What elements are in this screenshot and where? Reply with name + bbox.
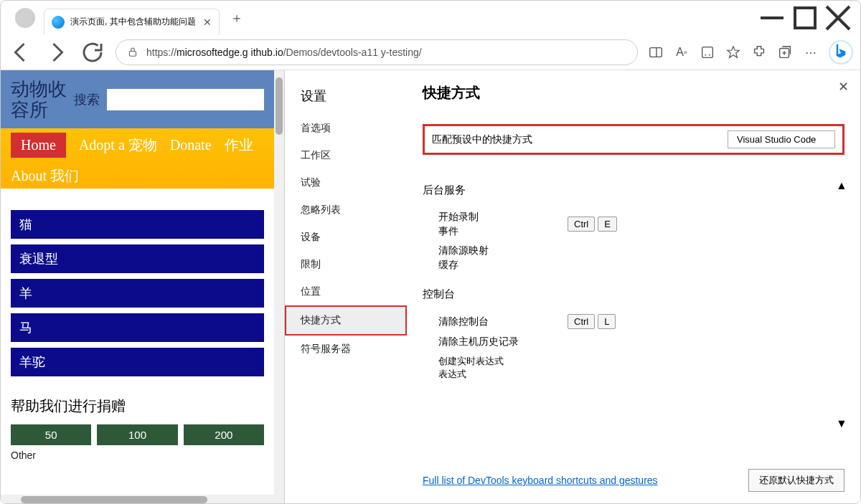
tab-title: 演示页面, 其中包含辅助功能问题 bbox=[70, 16, 196, 28]
key-ctrl: Ctrl bbox=[568, 314, 595, 329]
svg-rect-1 bbox=[795, 8, 815, 28]
back-button[interactable] bbox=[8, 39, 34, 65]
close-tab-icon[interactable]: ✕ bbox=[203, 16, 212, 28]
preset-select[interactable]: Visual Studio Code bbox=[728, 130, 835, 148]
site-logo: 动物收容所 bbox=[11, 79, 67, 120]
edge-favicon-icon bbox=[52, 16, 65, 29]
site-nav: Home Adopt a 宠物 Donate 作业 About 我们 bbox=[1, 128, 274, 189]
settings-item-experiments[interactable]: 试验 bbox=[285, 169, 407, 196]
settings-item-shortcuts[interactable]: 快捷方式 bbox=[285, 305, 407, 336]
svg-rect-4 bbox=[130, 52, 136, 57]
settings-item-throttling[interactable]: 限制 bbox=[285, 251, 407, 278]
nav-donate[interactable]: Donate bbox=[170, 137, 212, 153]
action-clear-host-history[interactable]: 清除主机历史记录 bbox=[423, 332, 844, 352]
svg-point-8 bbox=[709, 54, 710, 56]
category-item[interactable]: 羊 bbox=[11, 279, 264, 308]
shortcuts-heading: 快捷方式 bbox=[423, 83, 844, 103]
action-clear-console[interactable]: 清除控制台 Ctrl L bbox=[423, 311, 844, 332]
address-bar[interactable]: https://microsoftedge.g ithub.io/Demos/d… bbox=[116, 39, 638, 65]
website-horizontal-scrollbar[interactable] bbox=[1, 495, 274, 504]
scroll-down-icon[interactable]: ▼ bbox=[836, 417, 844, 430]
more-icon[interactable]: ⋯ bbox=[803, 44, 819, 60]
window-controls bbox=[756, 4, 855, 32]
category-item[interactable]: 猫 bbox=[11, 210, 264, 239]
search-input[interactable] bbox=[107, 89, 264, 110]
action-create-live-expression[interactable]: 创建实时表达式 表达式 bbox=[423, 352, 844, 384]
maximize-button[interactable] bbox=[789, 4, 822, 32]
preset-row: 匹配预设中的快捷方式 Visual Studio Code bbox=[423, 124, 844, 155]
nav-jobs[interactable]: 作业 bbox=[225, 135, 253, 155]
key-l: L bbox=[598, 314, 616, 329]
key-e: E bbox=[598, 217, 617, 232]
extensions-icon[interactable] bbox=[751, 44, 767, 60]
lock-icon bbox=[126, 46, 139, 59]
shortcuts-footer: Full list of DevTools keyboard shortcuts… bbox=[423, 459, 844, 492]
reader-icon[interactable] bbox=[700, 44, 715, 60]
key-ctrl: Ctrl bbox=[568, 217, 595, 232]
devtools-settings: 设置 首选项 工作区 试验 忽略列表 设备 限制 位置 快捷方式 符号服务器 ✕… bbox=[284, 70, 860, 504]
svg-rect-5 bbox=[650, 48, 662, 57]
refresh-button[interactable] bbox=[80, 39, 105, 65]
section-console: 控制台 bbox=[423, 287, 844, 301]
full-list-link[interactable]: Full list of DevTools keyboard shortcuts… bbox=[423, 475, 658, 486]
donate-100[interactable]: 100 bbox=[97, 424, 177, 445]
website-viewport: 动物收容所 搜索 Home Adopt a 宠物 Donate 作业 About… bbox=[1, 70, 284, 504]
settings-item-preferences[interactable]: 首选项 bbox=[285, 115, 407, 142]
category-item[interactable]: 羊驼 bbox=[11, 348, 264, 376]
app-icon[interactable] bbox=[648, 44, 664, 60]
donate-heading: 帮助我们进行捐赠 bbox=[1, 389, 274, 424]
site-header: 动物收容所 搜索 bbox=[1, 70, 274, 128]
category-item[interactable]: 衰退型 bbox=[11, 244, 264, 273]
category-list: 猫 衰退型 羊 马 羊驼 bbox=[1, 189, 274, 389]
read-aloud-icon[interactable]: A» bbox=[674, 44, 690, 60]
new-tab-button[interactable]: ＋ bbox=[227, 9, 247, 27]
category-item[interactable]: 马 bbox=[11, 313, 264, 342]
svg-rect-6 bbox=[702, 47, 713, 58]
nav-adopt[interactable]: Adopt a 宠物 bbox=[79, 135, 157, 155]
donate-buttons: 50 100 200 bbox=[1, 424, 274, 445]
settings-heading: 设置 bbox=[285, 83, 407, 115]
settings-item-devices[interactable]: 设备 bbox=[285, 224, 407, 251]
content-area: 动物收容所 搜索 Home Adopt a 宠物 Donate 作业 About… bbox=[1, 70, 860, 504]
search-label: 搜索 bbox=[74, 91, 100, 108]
browser-toolbar: https://microsoftedge.g ithub.io/Demos/d… bbox=[1, 35, 860, 70]
collections-icon[interactable] bbox=[777, 44, 793, 60]
website-vertical-scrollbar[interactable] bbox=[274, 70, 284, 504]
action-clear-sourcemap[interactable]: 清除源映射 缓存 bbox=[423, 241, 844, 275]
browser-tab[interactable]: 演示页面, 其中包含辅助功能问题 ✕ bbox=[44, 9, 220, 34]
shortcut-list: ▲ 后台服务 开始录制 事件 Ctrl E 清除源映射 缓存 控制台 清除控制台… bbox=[423, 179, 844, 459]
settings-item-workspace[interactable]: 工作区 bbox=[285, 142, 407, 169]
restore-defaults-button[interactable]: 还原默认快捷方式 bbox=[748, 469, 844, 492]
settings-item-ignorelist[interactable]: 忽略列表 bbox=[285, 196, 407, 224]
close-settings-icon[interactable]: ✕ bbox=[838, 79, 849, 95]
donate-50[interactable]: 50 bbox=[11, 424, 91, 445]
favorite-icon[interactable] bbox=[725, 44, 741, 60]
section-background: 后台服务 bbox=[423, 184, 844, 197]
action-start-recording[interactable]: 开始录制 事件 Ctrl E bbox=[423, 207, 844, 241]
svg-point-7 bbox=[705, 54, 706, 56]
settings-nav: 设置 首选项 工作区 试验 忽略列表 设备 限制 位置 快捷方式 符号服务器 bbox=[285, 70, 407, 504]
settings-item-symbol-server[interactable]: 符号服务器 bbox=[285, 336, 407, 363]
settings-item-locations[interactable]: 位置 bbox=[285, 278, 407, 305]
url-text: https://microsoftedge.g ithub.io/Demos/d… bbox=[146, 47, 422, 58]
nav-home[interactable]: Home bbox=[11, 133, 66, 158]
forward-button[interactable] bbox=[44, 39, 70, 65]
titlebar: 演示页面, 其中包含辅助功能问题 ✕ ＋ bbox=[1, 1, 860, 35]
settings-main: ✕ 快捷方式 匹配预设中的快捷方式 Visual Studio Code ▲ 后… bbox=[407, 70, 860, 504]
close-window-button[interactable] bbox=[822, 4, 855, 32]
donate-200[interactable]: 200 bbox=[184, 424, 264, 445]
minimize-button[interactable] bbox=[756, 4, 789, 32]
bing-button[interactable] bbox=[829, 40, 853, 65]
scroll-up-icon[interactable]: ▲ bbox=[836, 179, 844, 192]
preset-label: 匹配预设中的快捷方式 bbox=[432, 133, 720, 146]
profile-avatar[interactable] bbox=[15, 8, 35, 28]
nav-about[interactable]: About 我们 bbox=[11, 166, 79, 186]
donate-other[interactable]: Other bbox=[1, 445, 274, 465]
